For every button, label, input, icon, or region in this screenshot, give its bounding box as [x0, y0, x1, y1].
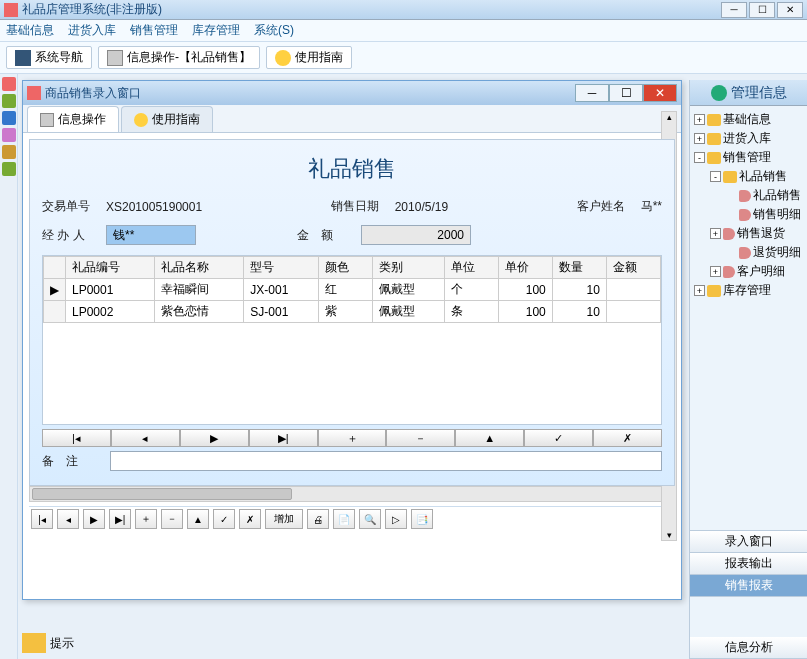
- record-nav-button[interactable]: ✓: [524, 429, 593, 447]
- table-row[interactable]: ▶LP0001幸福瞬间JX-001红佩戴型个10010: [44, 279, 661, 301]
- bottom-nav-button[interactable]: ✓: [213, 509, 235, 529]
- column-header[interactable]: 单价: [498, 257, 552, 279]
- expand-icon[interactable]: +: [710, 266, 721, 277]
- tree-node[interactable]: 销售明细: [692, 205, 805, 224]
- record-nav-button[interactable]: ◂: [111, 429, 180, 447]
- help-button[interactable]: 使用指南: [266, 46, 352, 69]
- menu-system[interactable]: 系统(S): [254, 22, 294, 39]
- menu-inventory[interactable]: 库存管理: [192, 22, 240, 39]
- tree-node[interactable]: +基础信息: [692, 110, 805, 129]
- cell[interactable]: [606, 301, 660, 323]
- cell[interactable]: 幸福瞬间: [155, 279, 244, 301]
- doc-icon[interactable]: 📑: [411, 509, 433, 529]
- expand-icon[interactable]: -: [710, 171, 721, 182]
- child-maximize-button[interactable]: ☐: [609, 84, 643, 102]
- expand-icon[interactable]: +: [694, 285, 705, 296]
- bottom-nav-button[interactable]: ✗: [239, 509, 261, 529]
- play-icon[interactable]: ▷: [385, 509, 407, 529]
- scroll-thumb[interactable]: [32, 488, 292, 500]
- expand-icon[interactable]: -: [694, 152, 705, 163]
- column-header[interactable]: 数量: [552, 257, 606, 279]
- tree-node[interactable]: +库存管理: [692, 281, 805, 300]
- column-header[interactable]: 单位: [444, 257, 498, 279]
- bottom-nav-button[interactable]: ＋: [135, 509, 157, 529]
- child-title: 商品销售录入窗口: [45, 85, 141, 102]
- amount-input[interactable]: 2000: [361, 225, 471, 245]
- nav-label: 系统导航: [35, 49, 83, 66]
- bottom-nav-button[interactable]: ▶|: [109, 509, 131, 529]
- child-minimize-button[interactable]: ─: [575, 84, 609, 102]
- tree-node[interactable]: 礼品销售: [692, 186, 805, 205]
- cell[interactable]: 个: [444, 279, 498, 301]
- column-header[interactable]: 礼品名称: [155, 257, 244, 279]
- minimize-button[interactable]: ─: [721, 2, 747, 18]
- cell[interactable]: 条: [444, 301, 498, 323]
- close-button[interactable]: ✕: [777, 2, 803, 18]
- sale-report-button[interactable]: 销售报表: [690, 575, 807, 597]
- cell[interactable]: [606, 279, 660, 301]
- cell[interactable]: 100: [498, 301, 552, 323]
- column-header[interactable]: 金额: [606, 257, 660, 279]
- entry-section-button[interactable]: 录入窗口: [690, 531, 807, 553]
- bottom-nav-button[interactable]: －: [161, 509, 183, 529]
- table-row[interactable]: LP0002紫色恋情SJ-001紫佩戴型条10010: [44, 301, 661, 323]
- print-icon[interactable]: 🖨: [307, 509, 329, 529]
- column-header[interactable]: 颜色: [318, 257, 372, 279]
- menu-basic[interactable]: 基础信息: [6, 22, 54, 39]
- bottom-nav-button[interactable]: ◂: [57, 509, 79, 529]
- record-nav-button[interactable]: ▶: [180, 429, 249, 447]
- tree-node[interactable]: +客户明细: [692, 262, 805, 281]
- column-header[interactable]: 型号: [244, 257, 319, 279]
- tree-node[interactable]: +进货入库: [692, 129, 805, 148]
- child-close-button[interactable]: ✕: [643, 84, 677, 102]
- cell[interactable]: SJ-001: [244, 301, 319, 323]
- cell[interactable]: 红: [318, 279, 372, 301]
- bottom-nav-button[interactable]: |◂: [31, 509, 53, 529]
- column-header[interactable]: 礼品编号: [66, 257, 155, 279]
- add-button[interactable]: 增加: [265, 509, 303, 529]
- cell[interactable]: LP0002: [66, 301, 155, 323]
- cell[interactable]: 佩戴型: [372, 301, 444, 323]
- page-icon[interactable]: 📄: [333, 509, 355, 529]
- column-header[interactable]: 类别: [372, 257, 444, 279]
- cell[interactable]: 10: [552, 301, 606, 323]
- info-label: 信息操作-【礼品销售】: [127, 49, 251, 66]
- expand-icon[interactable]: +: [710, 228, 721, 239]
- tree-node[interactable]: 退货明细: [692, 243, 805, 262]
- right-panel: 管理信息 +基础信息+进货入库-销售管理-礼品销售礼品销售销售明细+销售退货退货…: [689, 80, 807, 659]
- remark-input[interactable]: [110, 451, 662, 471]
- record-nav-button[interactable]: －: [386, 429, 455, 447]
- bottom-nav-button[interactable]: ▶: [83, 509, 105, 529]
- cell[interactable]: 紫: [318, 301, 372, 323]
- menu-sales[interactable]: 销售管理: [130, 22, 178, 39]
- operator-input[interactable]: 钱**: [106, 225, 196, 245]
- info-button[interactable]: 信息操作-【礼品销售】: [98, 46, 260, 69]
- cell[interactable]: 佩戴型: [372, 279, 444, 301]
- search-icon[interactable]: 🔍: [359, 509, 381, 529]
- record-nav-button[interactable]: ▲: [455, 429, 524, 447]
- expand-icon[interactable]: +: [694, 133, 705, 144]
- expand-icon[interactable]: +: [694, 114, 705, 125]
- menu-stockin[interactable]: 进货入库: [68, 22, 116, 39]
- cell[interactable]: 紫色恋情: [155, 301, 244, 323]
- item-icon: [723, 266, 735, 278]
- nav-button[interactable]: 系统导航: [6, 46, 92, 69]
- tree-node[interactable]: -销售管理: [692, 148, 805, 167]
- tab-help[interactable]: 使用指南: [121, 106, 213, 132]
- bottom-nav-button[interactable]: ▲: [187, 509, 209, 529]
- maximize-button[interactable]: ☐: [749, 2, 775, 18]
- cell[interactable]: JX-001: [244, 279, 319, 301]
- cell[interactable]: 100: [498, 279, 552, 301]
- report-section-button[interactable]: 报表输出: [690, 553, 807, 575]
- cell[interactable]: 10: [552, 279, 606, 301]
- record-nav-button[interactable]: |◂: [42, 429, 111, 447]
- cell[interactable]: LP0001: [66, 279, 155, 301]
- tab-info[interactable]: 信息操作: [27, 106, 119, 132]
- record-nav-button[interactable]: ▶|: [249, 429, 318, 447]
- tree-node[interactable]: +销售退货: [692, 224, 805, 243]
- analysis-section-button[interactable]: 信息分析: [690, 637, 807, 659]
- horizontal-scrollbar[interactable]: ▸: [29, 486, 675, 502]
- record-nav-button[interactable]: ✗: [593, 429, 662, 447]
- tree-node[interactable]: -礼品销售: [692, 167, 805, 186]
- record-nav-button[interactable]: ＋: [318, 429, 387, 447]
